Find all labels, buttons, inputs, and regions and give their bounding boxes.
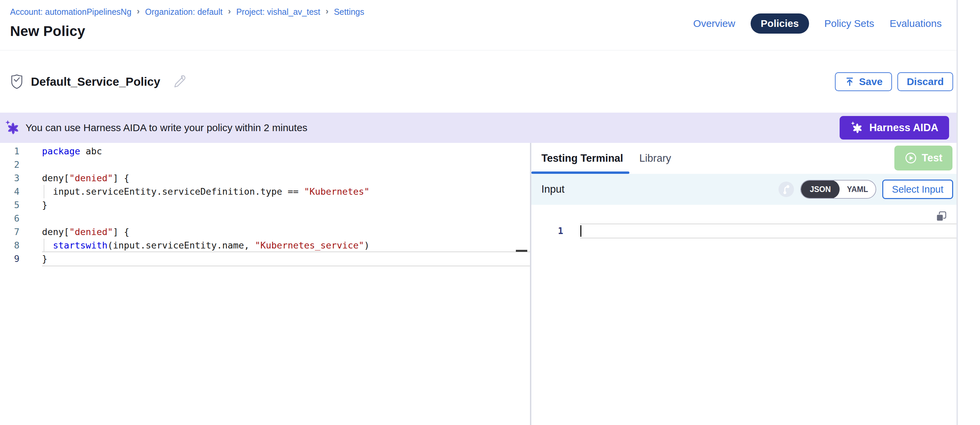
tab-evaluations[interactable]: Evaluations [890,18,942,29]
code-line[interactable]: 8 startswith(input.serviceEntity.name, "… [0,239,530,252]
breadcrumb-separator-icon: › [326,6,329,16]
tab-library[interactable]: Library [639,152,671,165]
harness-aida-button[interactable]: Harness AIDA [840,116,949,139]
harness-aida-label: Harness AIDA [869,122,939,134]
testing-panel-tabs: Testing Terminal Library Test [531,143,956,174]
cursor-overview-marker [516,250,527,252]
line-number: 1 [0,145,19,158]
line-number: 7 [0,225,19,239]
edit-pencil-icon[interactable] [173,75,186,89]
test-button[interactable]: Test [894,145,953,171]
code-line[interactable]: 6 [0,212,530,225]
discard-label: Discard [907,76,944,88]
active-tab-underline [531,171,629,174]
code-line[interactable]: 3deny["denied"] { [0,171,530,185]
aida-banner: You can use Harness AIDA to write your p… [0,113,956,143]
policy-name: Default_Service_Policy [31,75,160,88]
indent-guide [44,239,45,252]
line-content: input.serviceEntity.serviceDefinition.ty… [42,185,530,198]
upload-icon [844,76,855,87]
line-number: 8 [0,239,19,252]
line-content [42,158,530,171]
text-cursor [580,225,581,237]
save-button[interactable]: Save [835,72,892,91]
input-label: Input [541,183,565,195]
input-section-header: Input JSON YAML [531,174,956,205]
line-number: 2 [0,158,19,171]
line-number: 5 [0,198,19,212]
tab-overview[interactable]: Overview [693,18,735,29]
line-content: } [42,252,530,266]
line-number: 4 [0,185,19,198]
save-label: Save [859,76,883,88]
page-content: Account: automationPipelinesNg › Organiz… [0,0,958,425]
main-split: 1package abc23deny["denied"] {4 input.se… [0,143,956,425]
breadcrumb-separator-icon: › [137,6,140,16]
code-line[interactable]: 1package abc [0,145,530,158]
aida-flower-icon [850,121,864,134]
policy-toolbar: Default_Service_Policy [0,50,956,113]
breadcrumb-project[interactable]: Project: vishal_av_test [236,7,320,17]
breadcrumb-separator-icon: › [228,6,231,16]
policy-name-row: Default_Service_Policy [10,74,186,89]
line-number: 6 [0,212,19,225]
format-toggle[interactable]: JSON YAML [800,180,876,199]
shield-check-icon [10,74,24,89]
code-line[interactable]: 5} [0,198,530,212]
code-line[interactable]: 9} [0,252,530,266]
indent-guide [44,185,45,198]
code-line[interactable]: 7deny["denied"] { [0,225,530,239]
input-controls: JSON YAML Select Input [778,179,953,199]
line-content [42,212,530,225]
tab-policies[interactable]: Policies [751,13,809,34]
input-line-number: 1 [531,224,563,238]
line-content: package abc [42,145,530,158]
tab-testing-terminal[interactable]: Testing Terminal [541,152,623,165]
policy-nav-tabs: Overview Policies Policy Sets Evaluation… [693,13,942,34]
testing-panel: Testing Terminal Library Test [531,143,956,425]
discard-button[interactable]: Discard [897,72,953,91]
line-number: 9 [0,252,19,266]
toolbar-actions: Save Discard [835,72,953,91]
format-option-json[interactable]: JSON [801,180,840,199]
format-option-yaml[interactable]: YAML [840,185,875,194]
line-number: 3 [0,171,19,185]
input-editor-line[interactable]: 1 [531,224,956,238]
new-policy-page: Account: automationPipelinesNg › Organiz… [0,0,980,425]
line-content: deny["denied"] { [42,225,530,239]
input-current-line[interactable] [580,224,956,238]
input-editor[interactable]: 1 [531,205,956,425]
page-header: Account: automationPipelinesNg › Organiz… [0,0,956,50]
test-label: Test [922,152,942,164]
policy-code-editor[interactable]: 1package abc23deny["denied"] {4 input.se… [0,143,530,425]
breadcrumb-organization[interactable]: Organization: default [145,7,223,17]
line-content: deny["denied"] { [42,171,530,185]
select-input-button[interactable]: Select Input [882,179,953,199]
breadcrumb-settings[interactable]: Settings [334,7,364,17]
breadcrumb-account[interactable]: Account: automationPipelinesNg [10,7,131,17]
tab-policy-sets[interactable]: Policy Sets [824,18,874,29]
aida-banner-message: You can use Harness AIDA to write your p… [25,122,307,134]
code-line[interactable]: 2 [0,158,530,171]
line-content: startswith(input.serviceEntity.name, "Ku… [42,239,530,252]
play-circle-icon [904,152,917,165]
git-branch-icon [778,181,794,197]
copy-icon[interactable] [935,210,948,223]
code-line[interactable]: 4 input.serviceEntity.serviceDefinition.… [0,185,530,198]
line-content: } [42,198,530,212]
aida-flower-icon [5,120,21,136]
policy-code-lines: 1package abc23deny["denied"] {4 input.se… [0,145,530,266]
